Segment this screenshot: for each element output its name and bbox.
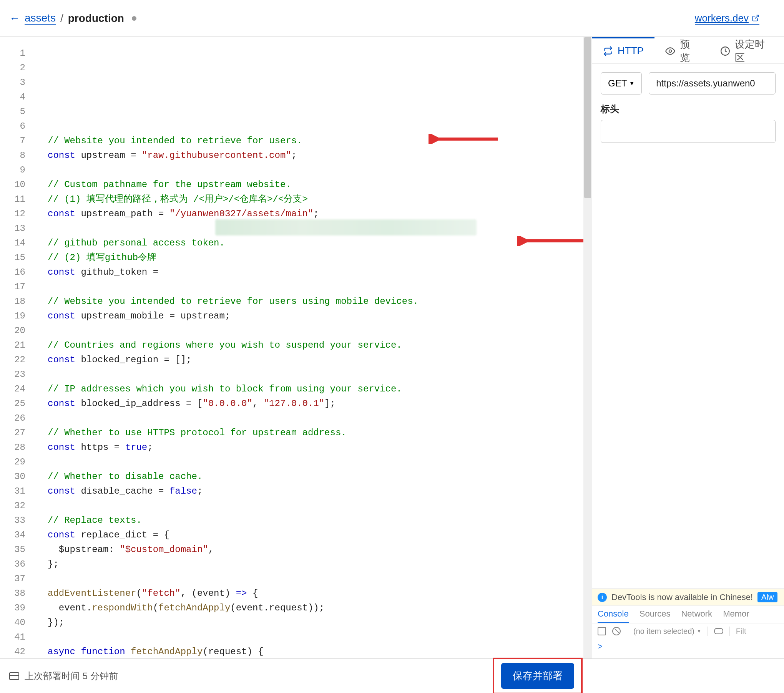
- code-line[interactable]: // Replace texts.: [48, 513, 592, 528]
- code-token: =: [158, 209, 169, 219]
- code-line[interactable]: [48, 163, 592, 177]
- http-url-input[interactable]: https://assets.yuanwen0: [649, 72, 776, 94]
- code-line[interactable]: // Countries and regions where you wish …: [48, 338, 592, 353]
- save-and-deploy-button[interactable]: 保存并部署: [501, 663, 574, 689]
- clock-icon: [720, 46, 730, 56]
- code-token: const: [48, 398, 75, 409]
- tab-settings[interactable]: 设定时区: [709, 37, 784, 63]
- line-number: 19: [0, 309, 38, 323]
- code-line[interactable]: // Whether to disable cache.: [48, 469, 592, 484]
- code-token: "fetch": [142, 588, 181, 598]
- code-line[interactable]: addEventListener("fetch", (event) => {: [48, 586, 592, 601]
- code-line[interactable]: // (1) 填写代理的路径，格式为 /<用户>/<仓库名>/<分支>: [48, 192, 592, 207]
- devtools-console-prompt[interactable]: >: [592, 639, 784, 658]
- http-method-select[interactable]: GET ▼: [601, 72, 642, 94]
- code-editor[interactable]: 1234567891011121314151617181920212223242…: [0, 37, 592, 658]
- code-token: addEventListener: [48, 588, 136, 598]
- line-number: 37: [0, 572, 38, 586]
- code-line[interactable]: async function fetchAndApply(request) {: [48, 645, 592, 658]
- code-line[interactable]: // (2) 填写github令牌: [48, 250, 592, 265]
- toolbar-separator: [627, 627, 627, 636]
- code-line[interactable]: const github_token =: [48, 265, 592, 280]
- devtools-tab-network[interactable]: Network: [681, 609, 712, 623]
- code-line[interactable]: const replace_dict = {: [48, 528, 592, 542]
- code-token: (: [153, 603, 158, 613]
- svg-line-0: [755, 15, 758, 19]
- breadcrumb-current: production: [68, 12, 124, 25]
- code-line[interactable]: const disable_cache = false;: [48, 484, 592, 499]
- code-token: false: [169, 486, 197, 496]
- code-line[interactable]: const upstream = "raw.githubusercontent.…: [48, 148, 592, 163]
- tab-preview[interactable]: 预览: [654, 37, 709, 63]
- devtools-banner-action[interactable]: Alw: [757, 592, 777, 602]
- code-line[interactable]: [48, 630, 592, 645]
- http-swap-icon: [603, 46, 613, 56]
- line-number: 13: [0, 221, 38, 236]
- line-number: 21: [0, 338, 38, 353]
- line-number: 12: [0, 207, 38, 221]
- line-number: 41: [0, 630, 38, 645]
- code-line[interactable]: const upstream_path = "/yuanwen0327/asse…: [48, 207, 592, 221]
- code-line[interactable]: [48, 411, 592, 426]
- devtools-banner-text: DevTools is now available in Chinese!: [611, 592, 753, 602]
- code-content[interactable]: // Website you intended to retrieve for …: [38, 37, 592, 658]
- back-arrow-icon[interactable]: ←: [9, 12, 20, 25]
- code-line[interactable]: [48, 221, 592, 236]
- code-line[interactable]: // Custom pathname for the upstream webs…: [48, 177, 592, 192]
- code-token: https: [75, 442, 114, 453]
- annotation-arrow-1: [384, 119, 453, 129]
- code-line[interactable]: };: [48, 557, 592, 572]
- code-line[interactable]: // Website you intended to retrieve for …: [48, 294, 592, 309]
- editor-scrollbar[interactable]: [583, 37, 592, 658]
- scrollbar-thumb[interactable]: [584, 37, 591, 198]
- tab-http[interactable]: HTTP: [592, 37, 654, 63]
- headers-section-label: 标头: [592, 103, 784, 120]
- headers-input[interactable]: [601, 120, 776, 143]
- code-line[interactable]: const blocked_ip_address = ["0.0.0.0", "…: [48, 396, 592, 411]
- devtools-context-select[interactable]: (no item selected) ▼: [633, 627, 701, 636]
- code-line[interactable]: const upstream_mobile = upstream;: [48, 309, 592, 323]
- code-token: (: [136, 588, 141, 598]
- devtools-filter-input[interactable]: Filt: [736, 627, 746, 636]
- code-line[interactable]: [48, 323, 592, 338]
- devtools-clear-icon[interactable]: [612, 627, 621, 635]
- tab-http-label: HTTP: [618, 45, 644, 57]
- code-line[interactable]: [48, 367, 592, 382]
- breadcrumb-parent-link[interactable]: assets: [25, 12, 56, 25]
- workers-dev-link[interactable]: workers.dev: [695, 12, 759, 25]
- code-line[interactable]: [48, 499, 592, 513]
- code-line[interactable]: // Whether to use HTTPS protocol for ups…: [48, 426, 592, 440]
- code-token: ;: [147, 442, 153, 453]
- code-token: ,: [208, 544, 214, 555]
- code-token: (request) {: [203, 647, 263, 657]
- code-token: const: [48, 209, 75, 219]
- code-token: const: [48, 267, 75, 277]
- code-token: = {: [153, 530, 169, 540]
- eye-icon: [665, 46, 675, 56]
- code-line[interactable]: // Website you intended to retrieve for …: [48, 134, 592, 148]
- code-line[interactable]: [48, 280, 592, 294]
- code-token: =>: [236, 588, 247, 598]
- line-number: 17: [0, 280, 38, 294]
- last-deploy-text: 上次部署时间 5 分钟前: [25, 670, 118, 682]
- line-number: 8: [0, 148, 38, 163]
- devtools-live-icon[interactable]: [714, 628, 723, 634]
- code-line[interactable]: [48, 572, 592, 586]
- code-line[interactable]: const https = true;: [48, 440, 592, 455]
- devtools-tab-console[interactable]: Console: [598, 609, 629, 623]
- code-line[interactable]: $upstream: "$custom_domain",: [48, 542, 592, 557]
- line-number: 2: [0, 61, 38, 75]
- code-line[interactable]: event.respondWith(fetchAndApply(event.re…: [48, 601, 592, 615]
- code-line[interactable]: [48, 455, 592, 469]
- devtools-run-icon[interactable]: [598, 627, 606, 635]
- code-token: // github personal access token.: [48, 238, 225, 248]
- code-line[interactable]: // github personal access token.: [48, 236, 592, 250]
- line-number: 39: [0, 601, 38, 615]
- code-token: disable_cache: [75, 486, 158, 496]
- code-line[interactable]: });: [48, 615, 592, 630]
- code-line[interactable]: const blocked_region = [];: [48, 353, 592, 367]
- code-line[interactable]: // IP addresses which you wish to block …: [48, 382, 592, 396]
- devtools-tab-memory[interactable]: Memor: [723, 609, 749, 623]
- devtools-tab-sources[interactable]: Sources: [639, 609, 671, 623]
- code-token: replace_dict: [75, 530, 153, 540]
